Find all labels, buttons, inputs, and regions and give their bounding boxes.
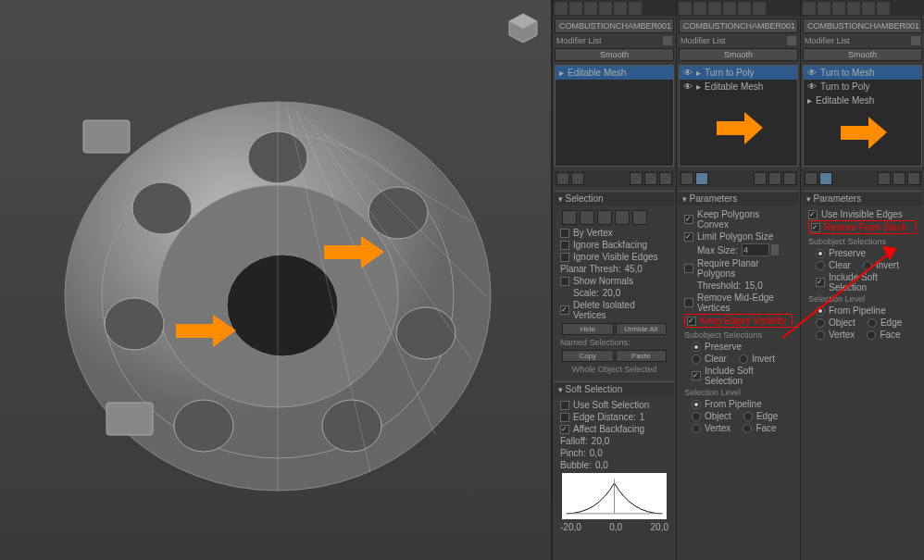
by-vertex-check <box>560 229 569 238</box>
command-panels: COMBUSTIONCHAMBER001 Modifier List Smoot… <box>552 0 924 560</box>
keep-edges-check[interactable] <box>687 317 696 326</box>
ignore-visible-check <box>560 253 569 262</box>
hide-button[interactable]: Hide <box>562 323 614 335</box>
restore-highlight: Restore From Stack <box>808 220 917 234</box>
chevron-down-icon[interactable] <box>787 36 796 45</box>
stack-toolbar[interactable] <box>555 170 674 187</box>
modifier-list-dropdown[interactable]: Modifier List <box>805 36 907 45</box>
delete-iso-check[interactable] <box>560 305 569 315</box>
svg-point-9 <box>105 298 164 350</box>
show-normals-check <box>560 277 569 286</box>
object-name[interactable]: COMBUSTIONCHAMBER001 <box>555 19 674 33</box>
smooth-button[interactable]: Smooth <box>803 48 922 61</box>
from-pipeline-radio[interactable] <box>692 400 701 409</box>
modifier-list-dropdown[interactable]: Modifier List <box>556 36 659 45</box>
affect-back-check <box>560 425 569 434</box>
use-invis-check[interactable] <box>808 210 818 219</box>
stack-item: 👁Turn to Mesh <box>804 66 921 80</box>
svg-point-3 <box>227 255 338 356</box>
stack-toolbar[interactable] <box>803 170 922 187</box>
svg-point-10 <box>132 182 192 234</box>
face-radio[interactable] <box>743 424 752 433</box>
invert-radio[interactable] <box>739 355 748 364</box>
parameters-rollout[interactable]: ▾ Parameters <box>803 191 922 205</box>
stack-item: ▸Editable Mesh <box>804 93 921 107</box>
svg-point-8 <box>174 400 233 452</box>
annotation-red-arrow <box>773 236 912 347</box>
parameters-rollout[interactable]: ▾ Parameters <box>679 191 798 205</box>
max-size-input[interactable] <box>742 243 769 256</box>
selection-rollout[interactable]: ▾ Selection <box>555 191 674 205</box>
use-soft-check <box>560 401 569 410</box>
unhide-button[interactable]: Unhide All <box>616 323 668 335</box>
include-soft-check[interactable] <box>692 371 701 380</box>
preserve-radio[interactable] <box>692 342 701 352</box>
panel-tabs[interactable] <box>553 0 676 17</box>
svg-rect-12 <box>106 403 153 435</box>
stack-item: 👁Turn to Poly <box>804 80 921 93</box>
soft-selection-rollout[interactable]: ▾ Soft Selection <box>555 381 674 396</box>
svg-rect-11 <box>83 120 130 153</box>
remove-mid-check[interactable] <box>684 298 693 307</box>
svg-point-6 <box>396 307 456 359</box>
panel-1: COMBUSTIONCHAMBER001 Modifier List Smoot… <box>552 0 676 560</box>
smooth-button[interactable]: Smooth <box>555 48 674 61</box>
vertex-radio[interactable] <box>692 424 701 433</box>
subobject-icons[interactable] <box>560 208 668 227</box>
modifier-stack[interactable]: 👁Turn to Mesh 👁Turn to Poly ▸Editable Me… <box>803 65 922 167</box>
chevron-down-icon[interactable] <box>663 36 672 45</box>
paste-button[interactable]: Paste <box>616 350 668 362</box>
annotation-arrow <box>717 112 763 144</box>
falloff-curve <box>562 473 667 519</box>
panel-tabs[interactable] <box>801 0 924 17</box>
modifier-stack[interactable]: ▸Editable Mesh <box>555 65 674 167</box>
modifier-stack[interactable]: 👁▸Turn to Poly 👁▸Editable Mesh <box>679 65 798 167</box>
object-name[interactable]: COMBUSTIONCHAMBER001 <box>803 19 922 33</box>
clear-radio[interactable] <box>692 355 701 364</box>
copy-button[interactable]: Copy <box>562 350 614 362</box>
chevron-down-icon[interactable] <box>911 36 920 45</box>
panel-3: COMBUSTIONCHAMBER001 Modifier List Smoot… <box>800 0 924 560</box>
stack-toolbar[interactable] <box>679 170 798 187</box>
annotation-arrow <box>841 117 887 149</box>
object-name[interactable]: COMBUSTIONCHAMBER001 <box>679 19 798 33</box>
stack-item: 👁▸Turn to Poly <box>680 66 797 80</box>
svg-point-5 <box>368 187 428 239</box>
limit-poly-check[interactable] <box>684 232 693 242</box>
svg-point-7 <box>322 400 381 452</box>
object-radio[interactable] <box>692 412 701 421</box>
restore-check[interactable] <box>811 223 820 232</box>
model-wireframe <box>46 37 509 518</box>
stack-item: ▸Editable Mesh <box>556 66 673 80</box>
keep-convex-check[interactable] <box>684 215 693 224</box>
viewport[interactable] <box>0 0 552 560</box>
modifier-list-dropdown[interactable]: Modifier List <box>681 36 783 45</box>
edge-radio[interactable] <box>743 412 753 421</box>
smooth-button[interactable]: Smooth <box>679 48 798 61</box>
panel-tabs[interactable] <box>677 0 800 17</box>
ignore-backfacing-check <box>560 241 569 250</box>
viewcube[interactable] <box>505 9 542 46</box>
req-planar-check[interactable] <box>684 264 693 273</box>
stack-item: 👁▸Editable Mesh <box>680 80 797 93</box>
